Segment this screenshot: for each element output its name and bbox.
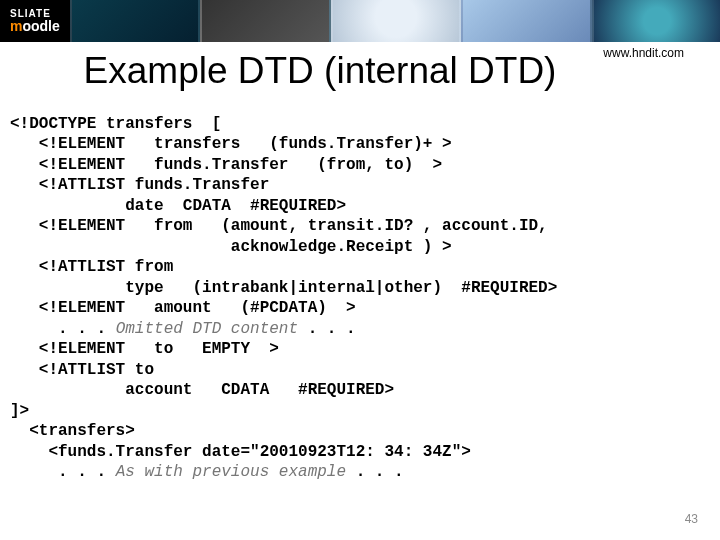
code-comment: As with previous example: [116, 463, 346, 481]
code-line: <!DOCTYPE transfers [: [10, 115, 221, 133]
code-comment: . . .: [298, 320, 356, 338]
code-line: acknowledge.Receipt ) >: [10, 238, 452, 256]
code-line: <transfers>: [10, 422, 135, 440]
code-line: <!ELEMENT from (amount, transit.ID? , ac…: [10, 217, 548, 235]
code-line: <funds.Transfer date="20010923T12: 34: 3…: [10, 443, 471, 461]
code-line: <!ATTLIST to: [10, 361, 154, 379]
code-comment: . . .: [10, 463, 116, 481]
source-url: www.hndit.com: [603, 46, 684, 60]
code-line: <!ELEMENT to EMPTY >: [10, 340, 279, 358]
code-line: type (intrabank|internal|other) #REQUIRE…: [10, 279, 557, 297]
code-line: <!ELEMENT transfers (funds.Transfer)+ >: [10, 135, 452, 153]
code-comment: . . .: [10, 320, 116, 338]
code-line: ]>: [10, 402, 29, 420]
code-listing: <!DOCTYPE transfers [ <!ELEMENT transfer…: [0, 92, 720, 482]
code-line: account CDATA #REQUIRED>: [10, 381, 394, 399]
logo: SLIATE moodle: [0, 0, 70, 42]
code-line: <!ATTLIST from: [10, 258, 173, 276]
code-line: <!ATTLIST funds.Transfer: [10, 176, 269, 194]
code-comment: Omitted DTD content: [116, 320, 298, 338]
code-line: <!ELEMENT amount (#PCDATA) >: [10, 299, 356, 317]
banner-graphic: [70, 0, 720, 42]
code-line: <!ELEMENT funds.Transfer (from, to) >: [10, 156, 442, 174]
logo-text-bottom: moodle: [10, 19, 60, 33]
code-line: date CDATA #REQUIRED>: [10, 197, 346, 215]
page-number: 43: [685, 512, 698, 526]
code-comment: . . .: [346, 463, 404, 481]
header-banner: SLIATE moodle: [0, 0, 720, 42]
